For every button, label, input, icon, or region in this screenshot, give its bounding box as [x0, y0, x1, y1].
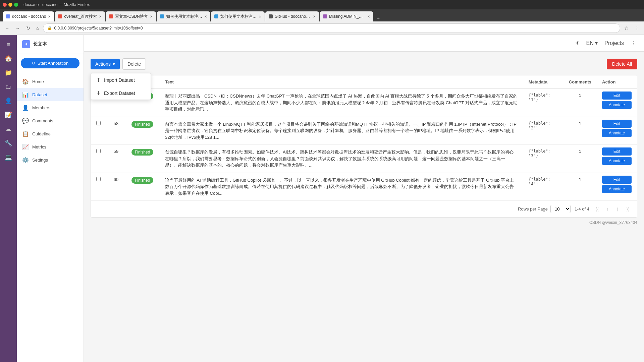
forward-button[interactable]: →	[13, 24, 22, 32]
delete-all-label: Delete All	[612, 61, 632, 67]
tab-label: 如何使用文本标注工具...	[220, 14, 257, 19]
edit-button-59[interactable]: Edit	[602, 147, 632, 156]
footer-watermark: CSDN @weixin_37763434	[91, 218, 637, 228]
icon-bar-item-6[interactable]: 📝	[2, 109, 15, 121]
icon-bar-item-3[interactable]: 📁	[2, 66, 15, 79]
address-bar[interactable]: 🔒 0.0.0.0:8090/projects/5/dataset?limit=…	[43, 23, 620, 33]
edit-button-57[interactable]: Edit	[602, 92, 632, 100]
tab-close-icon[interactable]: ✕	[48, 15, 51, 18]
row-text: 整理丨郑丽媛出品｜CSDN（ID：CSDNnews）去年 ChatGPT 一声枪…	[160, 89, 523, 117]
checkbox-58[interactable]	[96, 121, 101, 125]
home-button[interactable]: ⌂	[34, 24, 41, 32]
checkbox-60[interactable]	[96, 177, 101, 181]
th-text: Text	[160, 75, 523, 89]
row-metadata: {"lable":"3"}	[523, 145, 564, 173]
action-buttons: Edit Annotate	[602, 147, 632, 165]
new-tab-button[interactable]: +	[374, 15, 382, 21]
edit-button-60[interactable]: Edit	[602, 176, 632, 184]
tab-close-icon[interactable]: ✕	[99, 15, 102, 18]
dataset-table-container: # Status Text Metadata Comments Action 5	[91, 75, 637, 218]
row-action: Edit Annotate	[597, 89, 637, 117]
sidebar-item-comments[interactable]: 💬 Comments	[17, 114, 84, 127]
annotate-button-60[interactable]: Annotate	[602, 185, 632, 193]
sidebar-item-dataset-label: Dataset	[32, 92, 47, 97]
tab-label: overleaf_百度搜索	[64, 14, 97, 19]
back-button[interactable]: ←	[3, 24, 11, 32]
icon-bar-item-9[interactable]: 💻	[2, 151, 15, 164]
edit-button-58[interactable]: Edit	[602, 120, 632, 128]
sidebar: ✦ 长文本 ↺ Start Annotation 🏠 Home 📊 Datase…	[17, 35, 84, 362]
sidebar-item-guideline[interactable]: 📋 Guideline	[17, 127, 84, 140]
prev-page-button[interactable]: ⟨	[605, 205, 610, 213]
tab-close-icon[interactable]: ✕	[313, 15, 316, 18]
tab-annotation1[interactable]: 如何使用文本标注工具... ✕	[157, 11, 210, 21]
annotate-button-58[interactable]: Annotate	[602, 129, 632, 137]
metrics-icon: 📈	[22, 144, 29, 150]
browser-titlebar: doccano - doccano — Mozilla Firefox	[0, 0, 644, 9]
theme-toggle-button[interactable]: ☀	[574, 39, 581, 48]
more-options-button[interactable]: ⋮	[629, 39, 637, 48]
start-annotation-button[interactable]: ↺ Start Annotation	[21, 58, 79, 68]
rows-per-page-select[interactable]: 10 25 50 100	[550, 205, 571, 213]
bookmarks-button[interactable]: ☆	[622, 24, 631, 32]
refresh-button[interactable]: ↻	[24, 24, 32, 32]
sidebar-item-home[interactable]: 🏠 Home	[17, 75, 84, 88]
tab-label: GitHub - doccano/docc...	[275, 14, 311, 19]
tab-label: 如何使用文本标注工具...	[166, 14, 202, 19]
icon-bar-item-2[interactable]: 🏠	[2, 52, 15, 65]
sidebar-item-members-label: Members	[32, 105, 50, 110]
delete-button[interactable]: Delete	[122, 58, 146, 70]
language-label: EN	[586, 40, 594, 46]
row-checkbox[interactable]	[91, 117, 106, 145]
language-button[interactable]: EN ▾	[585, 39, 599, 48]
projects-button[interactable]: Projects	[603, 39, 625, 48]
sidebar-item-dataset[interactable]: 📊 Dataset	[17, 88, 84, 101]
tab-label: Missing ADMIN_USERN...	[329, 14, 365, 19]
tab-github[interactable]: GitHub - doccano/docc... ✕	[265, 11, 319, 21]
pagination-range: 1-4 of 4	[575, 206, 589, 212]
sidebar-item-metrics-label: Metrics	[32, 144, 46, 149]
row-checkbox[interactable]	[91, 173, 106, 200]
tab-close-icon[interactable]: ✕	[367, 15, 370, 18]
last-page-button[interactable]: ⟩⟩	[624, 205, 632, 213]
export-dataset-item[interactable]: ⬇ Export Dataset	[91, 86, 151, 100]
checkbox-59[interactable]	[96, 149, 101, 153]
sidebar-item-members[interactable]: 👤 Members	[17, 101, 84, 114]
actions-dropdown-menu: ⬆ Import Dataset ⬇ Export Dataset	[91, 73, 151, 100]
tab-close-icon[interactable]: ✕	[204, 15, 207, 18]
logo-text: 长文本	[33, 41, 47, 47]
menu-button[interactable]: ⋮	[633, 24, 641, 32]
annotate-button-57[interactable]: Annotate	[602, 101, 632, 109]
tab-overleaf[interactable]: overleaf_百度搜索 ✕	[55, 11, 105, 21]
first-page-button[interactable]: ⟨⟨	[593, 205, 601, 213]
icon-bar-item-5[interactable]: 👤	[2, 95, 15, 107]
th-comments: Comments	[564, 75, 597, 89]
sidebar-logo: ✦ 长文本	[17, 35, 84, 54]
row-action: Edit Annotate	[597, 117, 637, 145]
next-page-button[interactable]: ⟩	[614, 205, 620, 213]
actions-button[interactable]: Actions ▾	[91, 59, 120, 69]
import-dataset-item[interactable]: ⬆ Import Dataset	[91, 73, 151, 86]
icon-bar-item-7[interactable]: ☁	[2, 123, 15, 135]
row-metadata: {"lable":"1"}	[523, 89, 564, 117]
sidebar-item-settings[interactable]: ⚙️ Settings	[17, 154, 84, 167]
tab-close-icon[interactable]: ✕	[259, 15, 261, 18]
status-badge: Finished	[131, 149, 153, 156]
sidebar-item-metrics[interactable]: 📈 Metrics	[17, 140, 84, 154]
dataset-table: # Status Text Metadata Comments Action 5	[91, 75, 637, 200]
action-buttons: Edit Annotate	[602, 92, 632, 109]
tab-close-icon[interactable]: ✕	[150, 15, 153, 18]
annotate-button-59[interactable]: Annotate	[602, 157, 632, 165]
delete-all-button[interactable]: Delete All	[607, 59, 637, 69]
tab-annotation2[interactable]: 如何使用文本标注工具... ✕	[211, 11, 265, 21]
tab-missing[interactable]: Missing ADMIN_USERN... ✕	[320, 11, 373, 21]
icon-bar-item-1[interactable]: ≡	[2, 38, 15, 51]
row-checkbox[interactable]	[91, 145, 106, 173]
icon-bar-item-4[interactable]: 🗂	[2, 80, 15, 93]
icon-bar-item-8[interactable]: 🔧	[2, 137, 15, 149]
tab-doccano[interactable]: doccano - doccano ✕	[3, 11, 54, 21]
tab-csdn[interactable]: 写文章-CSDN博客 ✕	[106, 11, 156, 21]
logo-icon: ✦	[22, 40, 30, 48]
home-icon: 🏠	[22, 78, 29, 85]
start-annotation-icon: ↺	[32, 61, 36, 66]
